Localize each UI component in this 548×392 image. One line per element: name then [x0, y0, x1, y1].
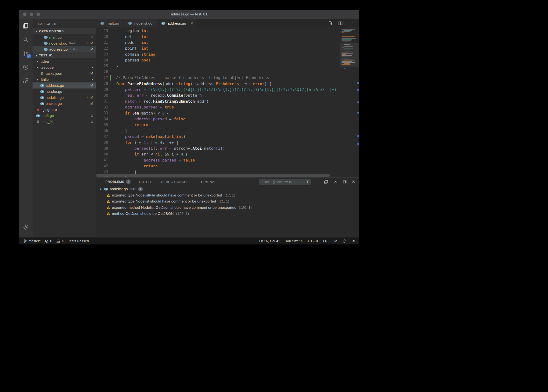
- status-item-tests-passed[interactable]: Tests Passed: [68, 239, 89, 243]
- close-tab-icon[interactable]: ×: [191, 21, 193, 26]
- problem-location: (17, 1): [225, 193, 235, 197]
- open-editor-item[interactable]: nodelist.goftnlib4, M: [33, 40, 96, 46]
- code-line[interactable]: 20 net int: [96, 34, 359, 40]
- code-text: parsed bool: [116, 58, 151, 63]
- editor-tab-maft-go[interactable]: maft.go: [96, 19, 124, 28]
- code-line[interactable]: 31 match ≔ reg.FindStringSubmatch(addr): [96, 98, 359, 104]
- code-line[interactable]: 24 parsed bool: [96, 57, 359, 63]
- tree-item[interactable]: ▾ftnlib●: [33, 77, 96, 83]
- title-bar[interactable]: address.go — test_01: [19, 10, 359, 19]
- tree-item[interactable]: address.goM: [33, 83, 96, 89]
- panel-header: PROBLEMS4OUTPUTDEBUG CONSOLETERMINAL: [96, 178, 359, 186]
- code-line[interactable]: 37 parsed ≔ make(map[int]int): [96, 134, 359, 140]
- tree-item[interactable]: test_01U: [33, 119, 96, 125]
- minimap-line: [342, 29, 355, 30]
- git-change-marker: [110, 75, 111, 81]
- status-item-feedback[interactable]: [342, 239, 346, 243]
- status-item-lf[interactable]: LF: [323, 239, 327, 243]
- code-line[interactable]: 29 pattern ≔ `(\d{1,})(?:\:)(\d{1,})(?:\…: [96, 87, 359, 92]
- scrollbar-handle[interactable]: [96, 174, 330, 177]
- code-line[interactable]: 38 for i ≔ 1; i ≤ 4; i++ {: [96, 140, 359, 145]
- move-panel-button[interactable]: [342, 180, 347, 184]
- editor-tab-nodelist-go[interactable]: nodelist.go: [124, 19, 157, 28]
- activity-item-explorer[interactable]: [19, 19, 33, 33]
- status-item-go[interactable]: Go: [333, 239, 337, 243]
- problem-row[interactable]: method GetJson should be GetJSON(120, 1): [96, 211, 359, 217]
- minimize-button[interactable]: [30, 13, 33, 16]
- collapse-all-button[interactable]: [324, 180, 328, 184]
- close-button[interactable]: [23, 13, 27, 16]
- open-changes-button[interactable]: [328, 21, 333, 26]
- problems-filter: [259, 179, 311, 185]
- settings-button[interactable]: [19, 220, 33, 234]
- minimap-slider[interactable]: [340, 43, 359, 67]
- activity-item-source-control[interactable]: 7: [19, 47, 33, 60]
- code-line[interactable]: 22 point int: [96, 46, 359, 51]
- horizontal-scrollbar[interactable]: [96, 174, 340, 177]
- code-text: return: [116, 164, 157, 168]
- tree-item[interactable]: ◆.gitignore: [33, 106, 96, 112]
- code-editor[interactable]: 19 region int20 net int21 node int22 poi…: [96, 28, 359, 177]
- status-item-tab-size-4[interactable]: Tab Size: 4: [285, 239, 303, 243]
- status-item-4[interactable]: 4: [57, 239, 64, 243]
- code-line[interactable]: 30 reg, err ≔ regexp.Compile(pattern): [96, 93, 359, 98]
- activity-item-debug[interactable]: [19, 60, 33, 74]
- problems-filter-input[interactable]: [259, 179, 311, 185]
- editor-tab-address-go[interactable]: address.go×: [157, 19, 198, 28]
- code-line[interactable]: 43 }: [96, 169, 359, 175]
- vscode-window: address.go — test_01 7 EXPLORER ▾ OPEN E…: [19, 10, 359, 245]
- tree-item[interactable]: nodelist.go4, M: [33, 95, 96, 100]
- code-line[interactable]: 39 parsed[i], err = strconv.Atoi(match[i…: [96, 145, 359, 151]
- split-editor-button[interactable]: [338, 21, 343, 26]
- tree-item[interactable]: ▸.idea: [33, 58, 96, 64]
- tree-item[interactable]: {}tasks.jsonM: [33, 70, 96, 77]
- status-item-master-[interactable]: master*: [23, 239, 41, 243]
- code-line[interactable]: 34 address.parsed = false: [96, 116, 359, 122]
- open-editors-header[interactable]: ▾ OPEN EDITORS: [33, 28, 96, 34]
- status-item-bell[interactable]: [352, 239, 356, 243]
- code-line[interactable]: 21 node int: [96, 40, 359, 45]
- zoom-button[interactable]: [36, 13, 40, 16]
- open-editor-item[interactable]: address.goftnlibM: [33, 46, 96, 52]
- problem-row[interactable]: exported type NodelistFile should have c…: [96, 192, 359, 198]
- problem-row[interactable]: exported method Nodelist.GetJson should …: [96, 204, 359, 211]
- open-editor-item[interactable]: maft.goU: [33, 34, 96, 40]
- panel-tab-terminal[interactable]: TERMINAL: [199, 178, 216, 186]
- tree-item[interactable]: packet.goM: [33, 100, 96, 106]
- tree-item[interactable]: header.go: [33, 89, 96, 95]
- code-line[interactable]: 27// ParseFtnAddress - parse ftn-address…: [96, 75, 359, 81]
- activity-item-search[interactable]: [19, 33, 33, 47]
- panel-tab-output[interactable]: OUTPUT: [139, 178, 153, 186]
- status-item-ln-16-col-41[interactable]: Ln 16, Col 41: [259, 239, 280, 243]
- line-number: 22: [96, 46, 113, 51]
- problems-file-group[interactable]: ▾ nodelist.go ftnlib 4: [96, 186, 359, 192]
- status-item-utf-8[interactable]: UTF-8: [308, 239, 318, 243]
- code-line[interactable]: 26: [96, 69, 359, 75]
- code-line[interactable]: 32 address.parsed = true: [96, 104, 359, 110]
- panel-tab-problems[interactable]: PROBLEMS4: [105, 178, 131, 186]
- chevron-down-icon: ▾: [35, 54, 38, 57]
- minimap-line: [342, 33, 354, 33]
- code-line[interactable]: 33 if len(match) < 5 {: [96, 110, 359, 116]
- minimap[interactable]: [340, 28, 359, 177]
- tree-item[interactable]: maft.goU: [33, 112, 96, 119]
- panel-tab-debug-console[interactable]: DEBUG CONSOLE: [161, 178, 191, 186]
- code-line[interactable]: 41 address.parsed = false: [96, 157, 359, 163]
- code-line[interactable]: 28func ParseFtnAddress(addr string) (add…: [96, 81, 359, 87]
- code-line[interactable]: 40 if err ≠ nil && i ≠ 4 {: [96, 151, 359, 157]
- close-panel-button[interactable]: ×: [352, 179, 355, 184]
- activity-item-extensions[interactable]: [19, 74, 33, 88]
- problem-row[interactable]: exported type Nodelist should have comme…: [96, 198, 359, 205]
- code-line[interactable]: 42 return: [96, 163, 359, 169]
- tree-item[interactable]: ▾.vscode●: [33, 64, 96, 70]
- more-actions-button[interactable]: ···: [348, 22, 354, 24]
- code-line[interactable]: 25}: [96, 63, 359, 69]
- code-line[interactable]: 23 domain string: [96, 51, 359, 57]
- code-line[interactable]: 35 return: [96, 122, 359, 128]
- code-line[interactable]: 36 }: [96, 128, 359, 133]
- project-header[interactable]: ▾ TEST_01: [33, 52, 96, 58]
- maximize-panel-button[interactable]: [333, 180, 338, 184]
- status-item-0[interactable]: 0: [45, 239, 52, 243]
- tab-label: maft.go: [107, 21, 119, 26]
- code-line[interactable]: 19 region int: [96, 28, 359, 34]
